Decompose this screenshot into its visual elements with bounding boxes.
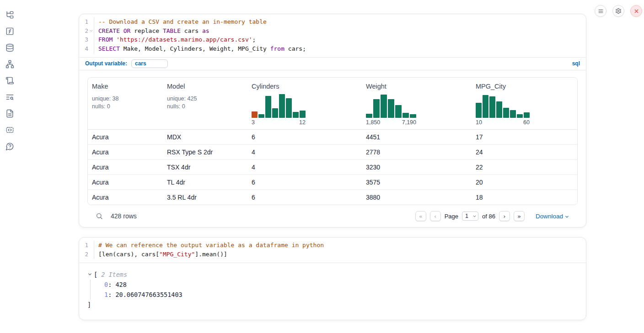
table-row[interactable]: Acura3.5 RL 4dr6388018	[88, 190, 577, 205]
table-row[interactable]: AcuraMDX6445117	[88, 129, 577, 144]
table-row[interactable]: AcuraTL 4dr6357520	[88, 174, 577, 190]
window-actions	[595, 5, 642, 17]
column-header[interactable]: Weight1,8507,190	[362, 78, 472, 130]
histogram-bar	[265, 96, 271, 118]
tree-open-bracket: [	[94, 270, 97, 280]
table-row[interactable]: AcuraTSX 4dr4323022	[88, 159, 577, 174]
python-output: [ 2 Items 0: 4281: 20.060747663551403 ]	[79, 263, 586, 320]
menu-icon	[598, 8, 604, 14]
code-line: 2CREATE OR replace TABLE cars as	[79, 26, 586, 36]
code-line: 3FROM 'https://datasets.marimo.app/cars.…	[79, 35, 586, 44]
sql-cell: 1-- Download a CSV and create an in-memo…	[79, 14, 586, 227]
tree-entry: 1: 20.060747663551403	[104, 290, 578, 300]
histogram-bar	[503, 108, 509, 118]
histogram-bar	[252, 111, 258, 118]
histogram-bar	[402, 113, 409, 118]
histogram-bar	[524, 112, 530, 118]
table-cell: 3230	[362, 159, 472, 174]
column-header[interactable]: Makeunique: 38nulls: 0	[88, 78, 163, 130]
tree-entry-key: 1	[104, 291, 108, 298]
text-search-icon[interactable]	[5, 92, 14, 101]
histogram-axis: 1060	[476, 119, 530, 126]
chevron-down-icon	[564, 214, 569, 219]
data-table: Makeunique: 38nulls: 0Modelunique: 425nu…	[88, 78, 577, 205]
column-label: MPG_City	[476, 83, 574, 90]
histogram-bar	[489, 96, 495, 118]
fold-chevron-icon[interactable]	[88, 29, 94, 33]
table-cell: 6	[247, 129, 362, 144]
download-label: Download	[536, 213, 563, 220]
file-tree-icon[interactable]	[5, 10, 14, 19]
output-variable-input[interactable]	[131, 59, 168, 68]
line-number-gutter: 3	[79, 35, 94, 44]
column-label: Model	[167, 83, 244, 90]
table-cell: 18	[472, 190, 577, 205]
table-cell: Acura	[88, 174, 163, 190]
histogram-bar	[293, 112, 299, 118]
tree-collapse-toggle[interactable]	[87, 272, 94, 277]
function-square-icon[interactable]	[5, 26, 14, 36]
table-cell: 22	[472, 159, 577, 174]
search-button[interactable]	[96, 212, 103, 220]
previous-page-button[interactable]: ‹	[430, 211, 441, 221]
table-cell: TL 4dr	[163, 174, 247, 190]
column-header[interactable]: MPG_City1060	[472, 78, 577, 130]
column-header[interactable]: Cylinders312	[247, 78, 362, 130]
menu-button[interactable]	[595, 5, 606, 17]
histogram-bar	[410, 114, 416, 118]
table-cell: 3575	[362, 174, 472, 190]
histogram-axis: 1,8507,190	[366, 119, 416, 126]
help-circle-icon[interactable]	[5, 142, 14, 151]
data-table-card: Makeunique: 38nulls: 0Modelunique: 425nu…	[87, 77, 578, 206]
table-row[interactable]: AcuraRSX Type S 2dr4277824	[88, 144, 577, 159]
snippets-icon[interactable]	[5, 125, 14, 134]
pagination: « ‹ Page 1 of 86 › » Download	[415, 211, 569, 221]
column-header[interactable]: Modelunique: 425nulls: 0	[163, 78, 247, 130]
table-cell: 6	[247, 174, 362, 190]
histogram-bar	[395, 105, 402, 118]
histogram-bar	[517, 114, 523, 118]
column-histogram: 1,8507,190	[366, 94, 468, 126]
histogram-bar	[258, 114, 264, 118]
tree-body: 0: 4281: 20.060747663551403	[90, 280, 578, 300]
table-cell: Acura	[88, 144, 163, 159]
language-badge: sql	[572, 60, 580, 67]
first-page-button[interactable]: «	[415, 211, 426, 221]
next-page-button[interactable]: ›	[499, 211, 510, 221]
table-cell: Acura	[88, 159, 163, 174]
histogram-bar	[496, 101, 502, 118]
tree-entry-value: : 428	[108, 281, 127, 288]
shutdown-button[interactable]	[630, 5, 642, 17]
table-cell: 3880	[362, 190, 472, 205]
document-icon[interactable]	[5, 109, 14, 118]
histogram-bar	[300, 111, 306, 118]
output-variable-label: Output variable:	[85, 60, 127, 67]
code-line: 2[len(cars), cars["MPG_City"].mean()]	[79, 250, 586, 259]
page-select[interactable]: 1	[462, 211, 478, 221]
tree-entry-key: 0	[104, 281, 108, 288]
table-cell: 4	[247, 144, 362, 159]
output-variable-bar: Output variable: sql	[79, 57, 586, 70]
tree-root: [ 2 Items	[87, 270, 578, 280]
table-cell: TSX 4dr	[163, 159, 247, 174]
python-cell: 1# We can reference the output variable …	[79, 237, 586, 320]
code-line: 4SELECT Make, Model, Cylinders, Weight, …	[79, 44, 586, 53]
sql-code-editor[interactable]: 1-- Download a CSV and create an in-memo…	[79, 14, 586, 57]
table-cell: Acura	[88, 129, 163, 144]
settings-button[interactable]	[612, 5, 624, 17]
histogram-bar	[272, 108, 278, 118]
tree-entry-value: : 20.060747663551403	[108, 291, 182, 298]
last-page-button[interactable]: »	[514, 211, 525, 221]
network-icon[interactable]	[5, 59, 14, 69]
database-icon[interactable]	[5, 43, 14, 52]
histogram-bar	[373, 99, 380, 118]
helper-panel-rail	[5, 10, 14, 151]
scroll-icon[interactable]	[5, 76, 14, 85]
download-button[interactable]: Download	[536, 213, 569, 220]
python-code-editor[interactable]: 1# We can reference the output variable …	[79, 238, 586, 263]
row-count: 428 rows	[111, 212, 137, 220]
histogram-bar	[388, 99, 394, 118]
page-label: Page	[445, 213, 458, 220]
table-cell: 17	[472, 129, 577, 144]
table-cell: 2778	[362, 144, 472, 159]
